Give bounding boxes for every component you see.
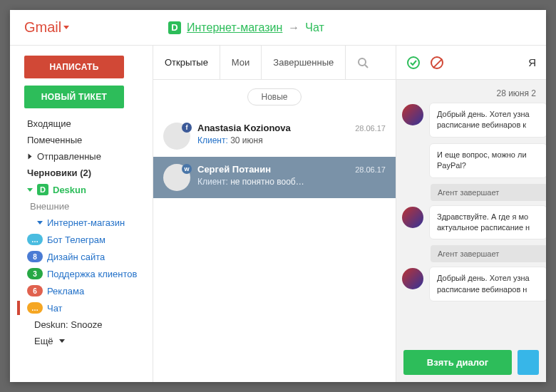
nav-starred[interactable]: Помеченные xyxy=(17,132,153,148)
message-bubble: Добрый день. Хотел узна расписание вебин… xyxy=(429,267,546,301)
count-badge: 8 xyxy=(27,251,43,262)
nav-ads[interactable]: 6Реклама xyxy=(17,282,153,299)
tabs: Открытые Мои Завершенные xyxy=(153,46,396,80)
header: Gmail D Интернет-магазин → Чат xyxy=(10,10,546,46)
conversation-preview: Клиент: 30 июня xyxy=(197,135,386,145)
conversation-item[interactable]: wСергей Потанин28.06.17Клиент: не понятн… xyxy=(153,157,396,198)
caret-down-icon xyxy=(59,339,65,343)
conversation-date: 28.06.17 xyxy=(355,124,386,133)
new-ticket-button[interactable]: НОВЫЙ ТИКЕТ xyxy=(24,86,124,108)
aux-button[interactable] xyxy=(518,350,539,375)
caret-down-icon xyxy=(37,221,43,225)
chat-footer: Взять диалог xyxy=(396,343,546,382)
avatar xyxy=(402,104,423,125)
count-badge: 3 xyxy=(27,268,43,279)
search-icon xyxy=(357,57,369,68)
arrow-right-icon: → xyxy=(288,21,299,34)
app-window: Gmail D Интернет-магазин → Чат НАПИСАТЬ … xyxy=(10,10,546,382)
chat-toolbar: Я xyxy=(396,46,546,80)
nav-more[interactable]: Ещё xyxy=(17,333,153,349)
ban-icon[interactable] xyxy=(431,56,443,69)
avatar: f xyxy=(163,123,190,150)
conversation-panel: Открытые Мои Завершенные Новые fAnastasi… xyxy=(153,46,396,382)
search-button[interactable] xyxy=(346,46,380,79)
deskun-icon: D xyxy=(37,184,48,195)
nav-support[interactable]: 3Поддержка клиентов xyxy=(17,265,153,282)
message: Добрый день. Хотел узна расписание вебин… xyxy=(402,103,546,138)
message-list: Добрый день. Хотел узна расписание вебин… xyxy=(396,103,546,343)
caret-down-icon xyxy=(27,188,33,192)
conversation-name: Anastasia Kozionova xyxy=(197,123,291,133)
tab-done[interactable]: Завершенные xyxy=(262,46,346,79)
nav-chat[interactable]: …Чат xyxy=(17,299,153,316)
nav-sent[interactable]: Отправленные xyxy=(17,148,153,165)
take-dialog-button[interactable]: Взять диалог xyxy=(403,350,512,375)
avatar xyxy=(402,207,423,228)
tab-open[interactable]: Открытые xyxy=(153,46,220,79)
filter-pill-wrap: Новые xyxy=(153,80,396,115)
nav-snooze[interactable]: Deskun: Snooze xyxy=(17,316,153,333)
svg-line-1 xyxy=(365,65,368,68)
message: Добрый день. Хотел узна расписание вебин… xyxy=(402,267,546,301)
chat-assignee: Я xyxy=(528,56,536,68)
caret-down-icon xyxy=(63,26,69,29)
system-note: Агент завершает xyxy=(431,245,546,262)
nav-store[interactable]: Интернет-магазин xyxy=(17,215,153,231)
deskun-icon: D xyxy=(168,21,181,34)
gmail-logo[interactable]: Gmail xyxy=(24,19,69,36)
message-bubble: Добрый день. Хотел узна расписание вебин… xyxy=(429,103,546,138)
app-body: НАПИСАТЬ НОВЫЙ ТИКЕТ Входящие Помеченные… xyxy=(10,46,546,382)
facebook-icon: f xyxy=(182,123,192,133)
conversation-preview: Клиент: не понятно вооб… xyxy=(197,177,386,187)
message: И еще вопрос, можно ли PayPal? xyxy=(402,143,546,178)
caret-right-icon xyxy=(29,154,32,160)
logo-text: Gmail xyxy=(24,19,61,36)
nav-list: Входящие Помеченные Отправленные Чернови… xyxy=(17,115,153,349)
conversation-list: fAnastasia Kozionova28.06.17Клиент: 30 и… xyxy=(153,115,396,382)
count-badge: 6 xyxy=(27,285,43,296)
message-bubble: И еще вопрос, можно ли PayPal? xyxy=(429,143,546,178)
message: Здравствуйте. А где я мо актуальное расп… xyxy=(402,205,546,240)
breadcrumb-store[interactable]: Интернет-магазин xyxy=(187,21,282,34)
system-note: Агент завершает xyxy=(431,184,546,201)
avatar: w xyxy=(163,164,190,191)
breadcrumb-chat: Чат xyxy=(305,21,324,34)
chat-date-divider: 28 июня 2 xyxy=(396,80,546,103)
conversation-item[interactable]: fAnastasia Kozionova28.06.17Клиент: 30 и… xyxy=(153,115,396,157)
svg-point-2 xyxy=(408,57,419,68)
nav-telegram[interactable]: …Бот Телеграм xyxy=(17,231,153,248)
breadcrumb: D Интернет-магазин → Чат xyxy=(168,21,324,34)
avatar xyxy=(402,268,423,289)
nav-deskun[interactable]: DDeskun xyxy=(17,181,153,198)
nav-inbox[interactable]: Входящие xyxy=(17,115,153,132)
chat-badge-icon: … xyxy=(27,234,43,245)
message-bubble: Здравствуйте. А где я мо актуальное расп… xyxy=(429,205,546,240)
filter-pill-new[interactable]: Новые xyxy=(247,88,301,105)
conversation-name: Сергей Потанин xyxy=(197,164,271,175)
conversation-date: 28.06.17 xyxy=(355,165,386,174)
vk-icon: w xyxy=(182,164,192,174)
tab-mine[interactable]: Мои xyxy=(220,46,262,79)
check-circle-icon[interactable] xyxy=(406,56,421,70)
nav-design[interactable]: 8Дизайн сайта xyxy=(17,248,153,265)
nav-external[interactable]: Внешние xyxy=(17,198,153,215)
svg-point-0 xyxy=(359,58,366,66)
sidebar: НАПИСАТЬ НОВЫЙ ТИКЕТ Входящие Помеченные… xyxy=(10,46,153,382)
chat-badge-icon: … xyxy=(27,302,43,314)
compose-button[interactable]: НАПИСАТЬ xyxy=(24,56,124,78)
chat-panel: Я 28 июня 2 Добрый день. Хотел узна расп… xyxy=(396,46,546,382)
active-marker xyxy=(17,301,20,315)
nav-drafts[interactable]: Черновики (2) xyxy=(17,165,153,181)
